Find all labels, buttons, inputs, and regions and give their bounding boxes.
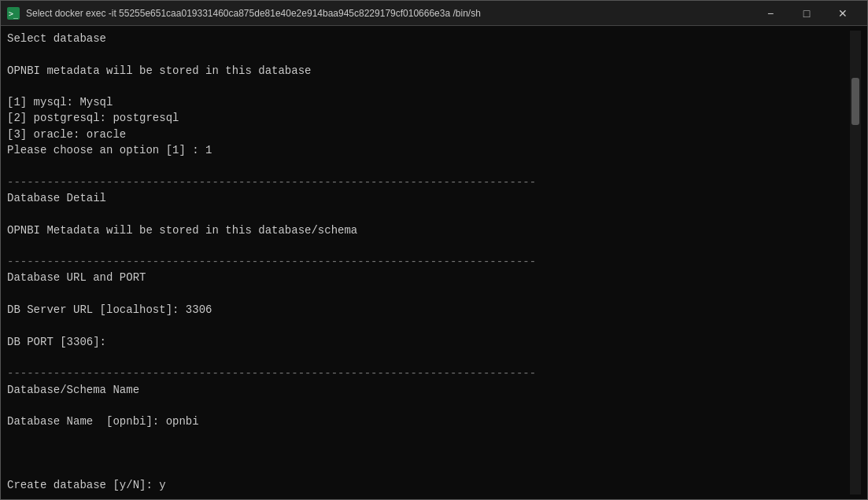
window-title: Select docker exec -it 55255e651caa01933… bbox=[26, 8, 752, 19]
terminal-line bbox=[7, 318, 850, 333]
terminal-line bbox=[7, 206, 850, 222]
scrollbar-thumb[interactable] bbox=[851, 78, 859, 125]
terminal-line: [2] postgresql: postgresql bbox=[7, 110, 850, 126]
terminal-line: Create database [y/N]: y bbox=[7, 477, 850, 493]
minimize-button[interactable]: − bbox=[752, 1, 789, 26]
terminal-line: OPNBI metadata will be stored in this da… bbox=[7, 63, 850, 79]
window-controls: − □ ✕ bbox=[752, 1, 861, 26]
terminal-window: >_ Select docker exec -it 55255e651caa01… bbox=[0, 0, 868, 500]
terminal-line: Database Name [opnbi]: opnbi bbox=[7, 414, 850, 429]
terminal-line bbox=[7, 429, 850, 445]
terminal-line bbox=[7, 158, 850, 174]
terminal-line: Database URL and PORT bbox=[7, 270, 850, 285]
terminal-line: Please choose an option [1] : 1 bbox=[7, 142, 850, 158]
terminal-line bbox=[7, 350, 850, 366]
terminal-line bbox=[7, 446, 850, 461]
terminal-line bbox=[7, 79, 850, 94]
terminal-line: ----------------------------------------… bbox=[7, 366, 850, 381]
terminal-line: DB Server URL [localhost]: 3306 bbox=[7, 302, 850, 318]
scrollbar[interactable] bbox=[850, 31, 861, 494]
terminal-line: OPNBI Metadata will be stored in this da… bbox=[7, 222, 850, 238]
terminal-line: Database/Schema Name bbox=[7, 382, 850, 398]
terminal-line bbox=[7, 46, 850, 62]
terminal-icon: >_ bbox=[7, 7, 20, 20]
terminal-line bbox=[7, 286, 850, 302]
terminal-line bbox=[7, 398, 850, 414]
svg-text:>_: >_ bbox=[9, 9, 19, 19]
terminal-body: Select database OPNBI metadata will be s… bbox=[1, 26, 867, 499]
maximize-button[interactable]: □ bbox=[789, 1, 825, 26]
close-button[interactable]: ✕ bbox=[825, 1, 861, 26]
terminal-content: Select database OPNBI metadata will be s… bbox=[7, 31, 850, 494]
terminal-line: [1] mysql: Mysql bbox=[7, 94, 850, 110]
terminal-line: Database Detail bbox=[7, 190, 850, 206]
terminal-line bbox=[7, 461, 850, 477]
title-bar: >_ Select docker exec -it 55255e651caa01… bbox=[1, 1, 867, 26]
terminal-line: Select database bbox=[7, 31, 850, 46]
terminal-line: ----------------------------------------… bbox=[7, 254, 850, 270]
terminal-line: ----------------------------------------… bbox=[7, 175, 850, 190]
terminal-line bbox=[7, 238, 850, 254]
terminal-line: DB PORT [3306]: bbox=[7, 334, 850, 350]
terminal-line: [3] oracle: oracle bbox=[7, 127, 850, 142]
